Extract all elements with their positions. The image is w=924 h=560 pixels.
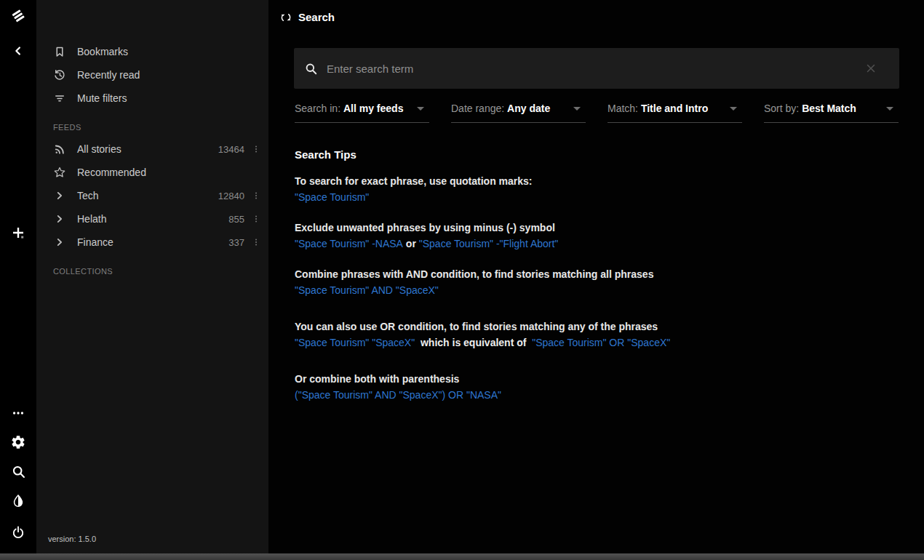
version-label: version: 1.5.0 [48, 535, 96, 543]
ellipsis-icon [11, 406, 25, 420]
search-input[interactable] [327, 63, 864, 75]
sidebar-item-recently-read[interactable]: Recently read [36, 63, 268, 87]
page-title: Search [298, 11, 335, 23]
feed-label: Tech [77, 190, 99, 201]
sidebar-item-label: Mute filters [77, 92, 127, 104]
star-icon [53, 166, 66, 179]
app-logo[interactable] [0, 6, 36, 26]
search-box [294, 48, 899, 89]
tip-connector-text: or [403, 238, 419, 249]
filter-match[interactable]: Match: Title and Intro [608, 103, 742, 123]
tip-text: You can also use OR condition, to find s… [295, 319, 670, 335]
filter-label: Date range: [451, 103, 504, 114]
tip-connector-text: which is equivalent of [415, 337, 532, 348]
search-tips: Search Tips To search for exact phrase, … [295, 148, 670, 403]
sidebar-item-label: Recently read [77, 69, 140, 81]
chevron-left-icon [12, 44, 25, 57]
tip-text: Or combine both with parenthesis [295, 371, 670, 387]
sidebar: Bookmarks Recently read Mute filters FEE… [36, 0, 268, 560]
tip-text: To search for exact phrase, use quotatio… [295, 173, 670, 189]
feed-row-recommended[interactable]: Recommended [36, 161, 268, 184]
chevron-right-icon [53, 236, 66, 249]
filter-bar: Search in: All my feeds Date range: Any … [295, 103, 899, 123]
horizontal-scrollbar[interactable] [0, 553, 924, 560]
search-icon [11, 464, 26, 479]
feed-menu-icon[interactable] [250, 213, 262, 225]
tip-example-link[interactable]: "Space Tourism" -"Flight Abort" [419, 238, 559, 249]
tip-example-link[interactable]: ("Space Tourism" AND "SpaceX") OR "NASA" [295, 389, 501, 401]
clear-search-icon[interactable] [864, 62, 877, 75]
tip-example-link[interactable]: "Space Tourism" "SpaceX" [295, 337, 415, 348]
feed-row-helath[interactable]: Helath 855 [36, 207, 268, 231]
filter-date-range[interactable]: Date range: Any date [451, 103, 586, 123]
bookmark-icon [53, 45, 66, 58]
feed-menu-icon[interactable] [250, 236, 262, 248]
tip-and-condition: Combine phrases with AND condition, to f… [295, 266, 670, 298]
feed-count: 337 [228, 237, 244, 248]
filter-label: Sort by: [764, 103, 799, 114]
feed-row-finance[interactable]: Finance 337 [36, 231, 268, 254]
search-rail-button[interactable] [0, 461, 36, 481]
feed-label: All stories [77, 143, 122, 155]
tip-exact-phrase: To search for exact phrase, use quotatio… [295, 173, 670, 205]
gear-icon [10, 434, 26, 450]
filter-sort-by[interactable]: Sort by: Best Match [764, 103, 899, 123]
filter-value: Any date [507, 103, 550, 114]
tip-example-link[interactable]: "Space Tourism" -NASA [295, 238, 403, 249]
icon-rail [0, 0, 36, 560]
feeds-section-header: FEEDS [36, 121, 268, 134]
feed-menu-icon[interactable] [250, 190, 262, 201]
filter-label: Match: [608, 103, 638, 114]
filter-value: Title and Intro [641, 103, 708, 114]
feed-label: Helath [77, 213, 106, 225]
theme-toggle-button[interactable] [0, 491, 36, 511]
rss-icon [53, 143, 66, 156]
feed-row-all-stories[interactable]: All stories 13464 [36, 137, 268, 161]
filter-label: Search in: [295, 103, 340, 114]
chevron-down-icon [573, 107, 581, 111]
refresh-icon[interactable] [280, 12, 292, 23]
main-content: Search Search in: All my feeds Date rang… [268, 0, 924, 560]
chevron-right-icon [53, 212, 66, 225]
feed-count: 855 [228, 214, 244, 225]
more-options-button[interactable] [0, 403, 36, 423]
contrast-droplet-icon [11, 494, 25, 508]
filter-value: All my feeds [343, 103, 403, 114]
tip-exclude-minus: Exclude unwanted phrases by using minus … [295, 220, 670, 252]
collapse-sidebar-button[interactable] [0, 41, 36, 61]
chevron-down-icon [730, 107, 737, 111]
tip-text: Combine phrases with AND condition, to f… [295, 266, 670, 282]
filter-value: Best Match [802, 103, 856, 114]
feed-label: Recommended [77, 167, 146, 178]
filter-icon [53, 92, 66, 105]
tip-example-link[interactable]: "Space Tourism" AND "SpaceX" [295, 284, 439, 296]
collections-section-header: COLLECTIONS [36, 265, 268, 278]
history-icon [53, 68, 66, 81]
feed-count: 12840 [218, 191, 244, 201]
sidebar-item-mute-filters[interactable]: Mute filters [36, 87, 268, 110]
chevron-down-icon [417, 107, 424, 111]
tip-parenthesis: Or combine both with parenthesis ("Space… [295, 371, 670, 403]
feed-label: Finance [77, 236, 113, 248]
sidebar-item-bookmarks[interactable]: Bookmarks [36, 40, 268, 63]
tip-text: Exclude unwanted phrases by using minus … [295, 220, 670, 236]
feed-menu-icon[interactable] [250, 143, 262, 155]
search-tips-title: Search Tips [295, 148, 670, 161]
feed-count: 13464 [218, 144, 244, 155]
tip-example-link[interactable]: "Space Tourism" OR "SpaceX" [532, 337, 670, 348]
app-logo-icon [9, 7, 28, 25]
feed-row-tech[interactable]: Tech 12840 [36, 184, 268, 207]
filter-search-in[interactable]: Search in: All my feeds [295, 103, 429, 123]
search-icon [304, 62, 318, 76]
page-header: Search [280, 11, 335, 23]
settings-button[interactable] [0, 432, 36, 452]
tip-or-condition: You can also use OR condition, to find s… [295, 319, 670, 351]
chevron-right-icon [53, 189, 66, 202]
add-feed-button[interactable] [0, 223, 36, 243]
power-icon [11, 525, 25, 540]
add-icon [9, 224, 27, 241]
tip-example-link[interactable]: "Space Tourism" [295, 191, 369, 203]
power-button[interactable] [0, 522, 36, 543]
chevron-down-icon [886, 107, 893, 111]
sidebar-item-label: Bookmarks [77, 46, 128, 57]
